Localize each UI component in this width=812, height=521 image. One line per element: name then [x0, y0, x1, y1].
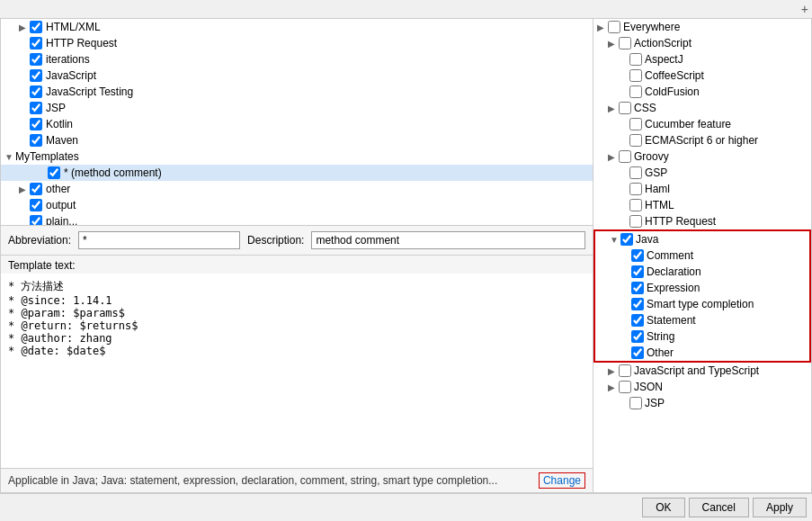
tree-item-everywhere[interactable]: ▶ Everywhere — [593, 19, 811, 35]
checkbox-html[interactable] — [629, 199, 642, 211]
cancel-button[interactable]: Cancel — [689, 498, 749, 517]
checkbox-html-xml[interactable] — [30, 21, 42, 33]
tree-item-ecmascript[interactable]: ECMAScript 6 or higher — [593, 132, 811, 148]
tree-item-aspectj[interactable]: AspectJ — [593, 51, 811, 67]
checkbox-json[interactable] — [619, 381, 631, 393]
checkbox-javascript-testing[interactable] — [30, 85, 42, 98]
checkbox-java-other[interactable] — [631, 346, 644, 359]
checkbox-jsp[interactable] — [30, 102, 42, 114]
tree-item-javascript-testing[interactable]: JavaScript Testing — [1, 84, 593, 100]
right-panel[interactable]: ▶ Everywhere ▶ ActionScript AspectJ Coff… — [593, 18, 812, 493]
checkbox-java-expression[interactable] — [631, 282, 644, 294]
tree-label: Comment — [647, 249, 693, 262]
tree-item-java-string[interactable]: String — [595, 328, 809, 345]
tree-item-java-smart[interactable]: Smart type completion — [595, 296, 809, 312]
checkbox-haml[interactable] — [629, 183, 642, 195]
description-input[interactable] — [311, 231, 585, 249]
checkbox-java-string[interactable] — [631, 330, 644, 343]
tree-item-iterations[interactable]: iterations — [1, 51, 593, 67]
tree-item-cucumber[interactable]: Cucumber feature — [593, 116, 811, 132]
tree-label: Kotlin — [46, 118, 73, 130]
tree-item-jsp[interactable]: JSP — [1, 100, 593, 116]
abbreviation-row: Abbreviation: Description: — [1, 226, 593, 256]
tree-item-output[interactable]: output — [1, 197, 593, 213]
tree-item-http-request[interactable]: HTTP Request — [1, 35, 593, 51]
checkbox-jsp-right[interactable] — [629, 397, 642, 409]
add-button[interactable]: + — [801, 2, 808, 16]
top-area: ▶ HTML/XML HTTP Request iterations — [0, 18, 812, 493]
ok-button[interactable]: OK — [642, 498, 684, 517]
tree-item-mytemplates[interactable]: ▼ MyTemplates — [1, 148, 593, 165]
tree-item-kotlin[interactable]: Kotlin — [1, 116, 593, 132]
checkbox-js-typescript[interactable] — [619, 364, 631, 377]
checkbox-java-comment[interactable] — [631, 249, 644, 262]
checkbox-plain[interactable] — [30, 215, 42, 226]
checkbox-java[interactable] — [620, 233, 633, 246]
tree-label: Java — [636, 233, 658, 246]
tree-label: CoffeeScript — [645, 69, 704, 82]
tree-item-java[interactable]: ▼ Java — [595, 231, 809, 247]
checkbox-aspectj[interactable] — [629, 53, 642, 66]
tree-item-other[interactable]: ▶ other — [1, 181, 593, 197]
template-textarea[interactable]: * 方法描述 * @since: 1.14.1 * @param: $param… — [1, 274, 593, 468]
arrow-icon: ▶ — [19, 22, 30, 32]
checkbox-coffeescript[interactable] — [629, 69, 642, 82]
checkbox-httprequest-right[interactable] — [629, 215, 642, 228]
tree-label: String — [647, 330, 674, 343]
checkbox-java-statement[interactable] — [631, 314, 644, 327]
change-button[interactable]: Change — [539, 472, 585, 489]
tree-item-maven[interactable]: Maven — [1, 132, 593, 148]
tree-item-haml[interactable]: Haml — [593, 181, 811, 197]
checkbox-iterations[interactable] — [30, 53, 42, 66]
arrow-icon: ▼ — [610, 235, 620, 245]
tree-label: JavaScript — [46, 69, 96, 82]
tree-item-plain[interactable]: plain... — [1, 213, 593, 226]
tree-item-java-expression[interactable]: Expression — [595, 280, 809, 296]
tree-label: * (method comment) — [64, 166, 162, 179]
bottom-buttons: OK Cancel Apply — [0, 493, 812, 521]
checkbox-javascript[interactable] — [30, 69, 42, 82]
tree-label: other — [46, 183, 70, 195]
checkbox-output[interactable] — [30, 199, 42, 211]
tree-item-java-comment[interactable]: Comment — [595, 247, 809, 264]
checkbox-css[interactable] — [619, 102, 631, 114]
tree-item-html[interactable]: HTML — [593, 197, 811, 213]
checkbox-method-comment[interactable] — [48, 166, 60, 179]
checkbox-kotlin[interactable] — [30, 118, 42, 130]
tree-item-method-comment[interactable]: * (method comment) — [1, 165, 593, 181]
checkbox-ecmascript[interactable] — [629, 134, 642, 147]
tree-item-css[interactable]: ▶ CSS — [593, 100, 811, 116]
tree-item-coffeescript[interactable]: CoffeeScript — [593, 67, 811, 84]
checkbox-java-declaration[interactable] — [631, 265, 644, 278]
tree-item-java-other[interactable]: Other — [595, 345, 809, 361]
abbreviation-input[interactable] — [78, 231, 240, 249]
checkbox-everywhere[interactable] — [608, 21, 620, 33]
tree-label: JavaScript Testing — [46, 85, 133, 98]
tree-item-html-xml[interactable]: ▶ HTML/XML — [1, 19, 593, 35]
tree-item-jsp-right[interactable]: JSP — [593, 395, 811, 411]
tree-item-coldfusion[interactable]: ColdFusion — [593, 84, 811, 100]
checkbox-coldfusion[interactable] — [629, 85, 642, 98]
tree-label: Other — [647, 346, 674, 359]
checkbox-other[interactable] — [30, 183, 42, 195]
checkbox-maven[interactable] — [30, 134, 42, 147]
tree-item-httprequest-right[interactable]: HTTP Request — [593, 213, 811, 229]
tree-item-groovy[interactable]: ▶ Groovy — [593, 148, 811, 165]
checkbox-http-request[interactable] — [30, 37, 42, 49]
tree-item-java-statement[interactable]: Statement — [595, 312, 809, 328]
checkbox-actionscript[interactable] — [619, 37, 631, 49]
tree-item-js-typescript[interactable]: ▶ JavaScript and TypeScript — [593, 363, 811, 379]
checkbox-cucumber[interactable] — [629, 118, 642, 130]
tree-item-java-declaration[interactable]: Declaration — [595, 264, 809, 280]
checkbox-groovy[interactable] — [619, 150, 631, 163]
checkbox-java-smart[interactable] — [631, 298, 644, 310]
tree-item-javascript[interactable]: JavaScript — [1, 67, 593, 84]
tree-item-gsp[interactable]: GSP — [593, 165, 811, 181]
checkbox-gsp[interactable] — [629, 166, 642, 179]
tree-label: JSON — [634, 381, 663, 393]
tree-item-actionscript[interactable]: ▶ ActionScript — [593, 35, 811, 51]
tree-item-json[interactable]: ▶ JSON — [593, 379, 811, 395]
tree-label: HTTP Request — [46, 37, 117, 49]
left-tree[interactable]: ▶ HTML/XML HTTP Request iterations — [1, 19, 593, 226]
apply-button[interactable]: Apply — [753, 498, 807, 517]
